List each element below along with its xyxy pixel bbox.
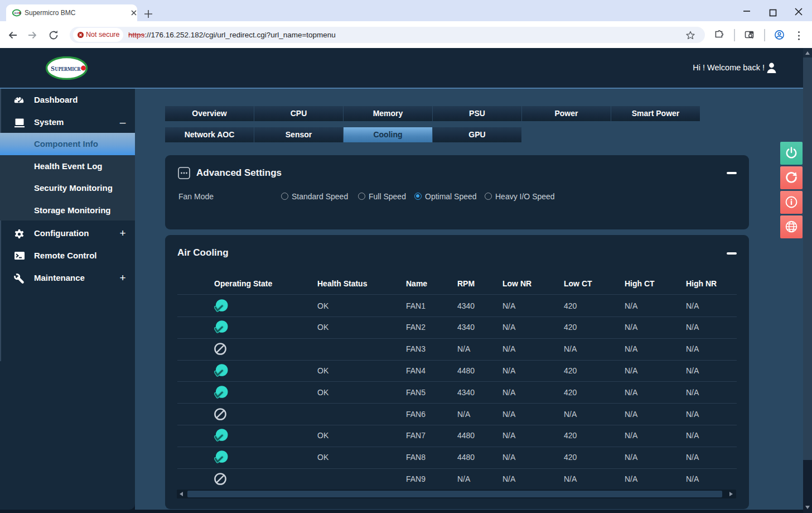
svg-text:UPERMICR: UPERMICR	[55, 66, 81, 72]
svg-text:S: S	[51, 65, 55, 73]
